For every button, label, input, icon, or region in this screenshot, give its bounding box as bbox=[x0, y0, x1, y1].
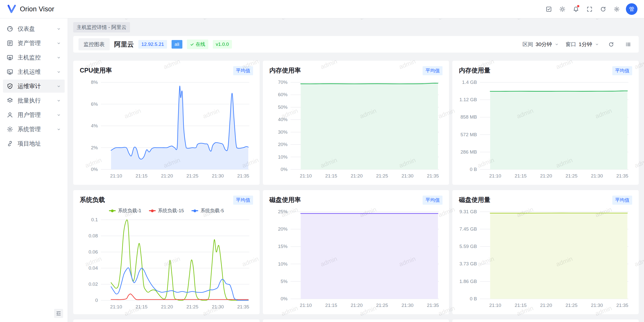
svg-text:0.08: 0.08 bbox=[89, 233, 98, 238]
layout-settings-button[interactable] bbox=[623, 39, 633, 50]
svg-text:21:35: 21:35 bbox=[427, 173, 439, 178]
svg-text:21:30: 21:30 bbox=[212, 173, 224, 178]
chart-title: 内存使用量 bbox=[459, 66, 490, 75]
interval-select[interactable]: 区间 30分钟 bbox=[522, 41, 559, 48]
sidebar-item-audit-shield[interactable]: 运维审计 bbox=[3, 80, 65, 93]
chevron-down-icon bbox=[56, 41, 61, 46]
svg-text:21:25: 21:25 bbox=[186, 304, 198, 309]
chart-plot: 0 B1.86 GB3.73 GB5.59 GB7.45 GB9.31 GB21… bbox=[459, 208, 632, 311]
chevron-down-icon bbox=[56, 113, 61, 117]
legend-marker bbox=[149, 210, 156, 211]
avatar[interactable]: 管 bbox=[626, 3, 637, 15]
chart-title: 内存使用率 bbox=[269, 66, 301, 75]
sidebar-item-assets[interactable]: 资产管理 bbox=[3, 37, 65, 50]
sidebar-item-host-monitor[interactable]: 主机监控 bbox=[3, 51, 65, 64]
chevron-down-icon bbox=[56, 98, 61, 103]
logo-icon bbox=[7, 4, 17, 14]
svg-text:9.31 GB: 9.31 GB bbox=[460, 209, 477, 214]
sidebar-item-dashboard[interactable]: 仪表盘 bbox=[3, 22, 65, 35]
header-actions: 管 bbox=[543, 3, 637, 15]
svg-text:25%: 25% bbox=[278, 209, 288, 214]
svg-text:10%: 10% bbox=[278, 154, 288, 160]
batch-layers-icon bbox=[7, 97, 13, 104]
svg-text:0%: 0% bbox=[91, 167, 98, 172]
chart-svg: 0%2%4%6%8%21:1021:1521:2021:2521:3021:35 bbox=[80, 79, 253, 181]
settings-gear-icon bbox=[614, 6, 620, 12]
svg-text:0.06: 0.06 bbox=[89, 249, 98, 255]
svg-text:7.45 GB: 7.45 GB bbox=[460, 226, 477, 232]
chevron-down-icon bbox=[56, 26, 61, 31]
svg-text:21:25: 21:25 bbox=[186, 173, 198, 178]
svg-text:21:15: 21:15 bbox=[136, 173, 148, 178]
host-version-tag: v1.0.0 bbox=[213, 40, 232, 49]
host-ops-icon bbox=[7, 68, 13, 75]
app-header: Orion Visor 管 bbox=[0, 0, 644, 18]
average-badge: 平均值 bbox=[423, 196, 442, 205]
svg-text:6%: 6% bbox=[91, 101, 98, 107]
svg-text:0 B: 0 B bbox=[470, 296, 477, 301]
chevron-down-icon bbox=[56, 84, 61, 89]
breadcrumb-item[interactable]: 主机监控详情 - 阿里云 bbox=[73, 22, 130, 32]
svg-text:21:25: 21:25 bbox=[376, 303, 388, 308]
health-check-button[interactable] bbox=[543, 3, 554, 15]
chart-title: CPU使用率 bbox=[80, 66, 112, 75]
average-badge: 平均值 bbox=[233, 66, 253, 75]
legend-item[interactable]: 系统负载-15 bbox=[149, 207, 184, 214]
menu-fold-icon bbox=[56, 311, 61, 316]
svg-text:286 MB: 286 MB bbox=[461, 149, 477, 155]
sidebar-item-host-ops[interactable]: 主机运维 bbox=[3, 65, 65, 78]
window-select[interactable]: 窗口 1分钟 bbox=[566, 41, 599, 48]
sidebar-item-system-gear[interactable]: 系统管理 bbox=[3, 123, 65, 136]
legend-item[interactable]: 系统负载-1 bbox=[109, 207, 141, 214]
chart-svg: 0 B286 MB572 MB858 MB1.12 GB1.4 GB21:102… bbox=[459, 79, 632, 181]
sidebar-collapse-button[interactable] bbox=[54, 309, 63, 318]
svg-text:21:30: 21:30 bbox=[591, 173, 603, 178]
svg-text:21:30: 21:30 bbox=[401, 303, 414, 308]
toolbar: 监控图表 阿里云 12.92.5.21 ali 在线 v1.0.0 区间 30分… bbox=[73, 36, 639, 53]
svg-text:5%: 5% bbox=[280, 279, 288, 284]
legend-item[interactable]: 系统负载-5 bbox=[191, 207, 224, 214]
average-badge: 平均值 bbox=[612, 196, 632, 205]
svg-text:0: 0 bbox=[95, 298, 98, 303]
svg-text:21:15: 21:15 bbox=[325, 303, 337, 308]
monitor-chart-button[interactable]: 监控图表 bbox=[78, 38, 110, 50]
svg-text:572 MB: 572 MB bbox=[461, 132, 477, 137]
svg-text:21:30: 21:30 bbox=[212, 304, 224, 309]
app-logo[interactable]: Orion Visor bbox=[7, 4, 54, 14]
host-alias-tag: ali bbox=[172, 40, 182, 49]
svg-text:0 B: 0 B bbox=[470, 167, 477, 172]
svg-text:0%: 0% bbox=[280, 167, 288, 172]
settings-gear-button[interactable] bbox=[611, 3, 622, 15]
refresh-button[interactable] bbox=[597, 3, 609, 15]
chart-card-0: CPU使用率 平均值 0%2%4%6%8%21:1021:1521:2021:2… bbox=[73, 61, 260, 185]
refresh-button[interactable] bbox=[606, 39, 616, 50]
notification-bell-button[interactable] bbox=[570, 3, 582, 15]
chart-card-5: 磁盘使用量 平均值 0 B1.86 GB3.73 GB5.59 GB7.45 G… bbox=[452, 190, 639, 314]
sidebar-item-batch-layers[interactable]: 批量执行 bbox=[3, 94, 65, 107]
svg-text:15%: 15% bbox=[278, 244, 288, 249]
svg-text:21:10: 21:10 bbox=[110, 173, 122, 178]
fullscreen-button[interactable] bbox=[584, 3, 595, 15]
chart-plot: 0%5%10%15%20%25%21:1021:1521:2021:2521:3… bbox=[269, 208, 443, 311]
svg-text:0.1: 0.1 bbox=[91, 217, 98, 222]
app-shell: 仪表盘 资产管理 主机监控 主机运维 运维审计 批量执行 用户管理 系统管理 项… bbox=[0, 18, 644, 322]
chart-svg: 0%10%20%30%40%50%60%70%21:1021:1521:2021… bbox=[269, 79, 442, 181]
sidebar-item-users[interactable]: 用户管理 bbox=[3, 108, 65, 121]
chart-card-partial bbox=[73, 319, 260, 322]
sidebar: 仪表盘 资产管理 主机监控 主机运维 运维审计 批量执行 用户管理 系统管理 项… bbox=[0, 18, 68, 322]
theme-sun-button[interactable] bbox=[556, 3, 568, 15]
chart-card-3: 系统负载 平均值 系统负载-1系统负载-15系统负载-5 00.020.040.… bbox=[73, 190, 260, 314]
refresh-icon bbox=[600, 6, 606, 12]
svg-text:21:10: 21:10 bbox=[489, 303, 501, 308]
refresh-icon bbox=[608, 42, 614, 47]
svg-text:21:25: 21:25 bbox=[566, 173, 578, 178]
window-label: 窗口 bbox=[566, 41, 576, 48]
sidebar-item-link[interactable]: 项目地址 bbox=[3, 137, 65, 150]
svg-text:21:35: 21:35 bbox=[616, 303, 628, 308]
svg-text:858 MB: 858 MB bbox=[461, 114, 477, 120]
dashboard-icon bbox=[7, 25, 13, 32]
users-icon bbox=[7, 112, 13, 118]
legend-marker bbox=[109, 210, 116, 211]
theme-sun-icon bbox=[559, 6, 566, 12]
chevron-down-icon bbox=[554, 42, 559, 47]
